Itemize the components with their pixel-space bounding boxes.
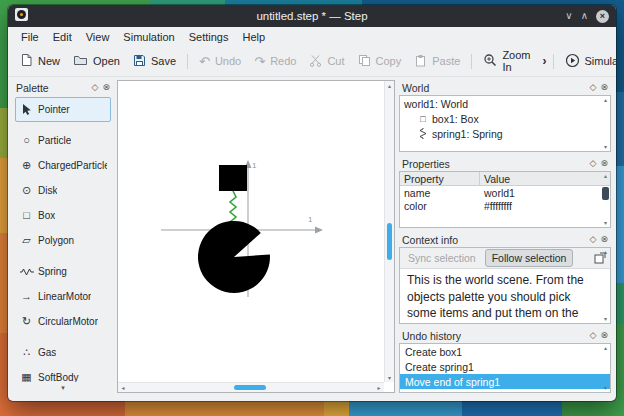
disk1-object[interactable] <box>198 221 270 293</box>
context-dock-header[interactable]: Context info ◇ ⊗ <box>399 232 611 247</box>
palette-item-linear-motor[interactable]: → LinearMotor <box>15 284 111 309</box>
scroll-down-icon[interactable]: ▾ <box>604 385 607 391</box>
undo-item-move-end-of-spring1[interactable]: Move end of spring1 <box>400 374 610 389</box>
properties-panel-title: Properties <box>402 158 586 170</box>
close-panel-icon[interactable]: ⊗ <box>600 83 608 92</box>
undo-scrollbar[interactable]: ▴ ▾ <box>601 344 610 392</box>
canvas-vertical-scrollbar[interactable]: ▴ ▾ <box>384 81 394 382</box>
menu-item-edit[interactable]: Edit <box>46 29 79 45</box>
menu-item-simulation[interactable]: Simulation <box>116 29 181 45</box>
menubar: File Edit View Simulation Settings Help <box>8 27 616 46</box>
canvas-horizontal-scrollbar[interactable]: ◂ ▸ <box>118 382 384 392</box>
paste-button[interactable]: Paste <box>408 51 466 72</box>
save-button[interactable]: Save <box>127 51 182 72</box>
undo-item-create-box1[interactable]: Create box1 <box>400 344 610 359</box>
hscroll-track[interactable] <box>128 383 374 392</box>
close-panel-icon[interactable]: ⊗ <box>600 235 608 244</box>
world-scene-canvas[interactable]: 1 1 ◂ ▸ ▴ ▾ <box>117 80 395 393</box>
properties-dock-header[interactable]: Properties ◇ ⊗ <box>399 156 611 171</box>
scroll-up-icon[interactable]: ▴ <box>604 97 607 103</box>
box-icon: □ <box>418 114 428 124</box>
sync-selection-button[interactable]: Sync selection <box>404 250 480 266</box>
undo-history-panel: Undo history ◇ ⊗ Create box1 Create spri… <box>399 328 611 393</box>
column-header-property: Property <box>400 172 480 185</box>
box-icon: □ <box>19 210 34 221</box>
palette-item-charged-particle[interactable]: ⊕ ChargedParticle <box>15 153 111 178</box>
cut-icon <box>309 54 322 69</box>
menu-item-help[interactable]: Help <box>235 29 272 45</box>
menu-item-settings[interactable]: Settings <box>182 29 236 45</box>
x-axis-tick-label: 1 <box>308 215 312 224</box>
palette-item-gas[interactable]: ∴ Gas <box>15 340 111 365</box>
copy-icon <box>358 54 371 69</box>
property-row-name[interactable]: name world1 <box>400 186 610 199</box>
scroll-up-icon[interactable]: ▴ <box>604 249 607 255</box>
undo-dock-header[interactable]: Undo history ◇ ⊗ <box>399 328 611 343</box>
float-panel-icon[interactable]: ◇ <box>590 331 597 340</box>
close-panel-icon[interactable]: ⊗ <box>600 159 608 168</box>
menu-item-view[interactable]: View <box>79 29 117 45</box>
copy-button[interactable]: Copy <box>352 51 408 72</box>
properties-table-header: Property Value <box>400 172 610 186</box>
titlebar[interactable]: untitled.step * — Step ∨ ∧ × <box>8 5 616 27</box>
palette-item-circular-motor[interactable]: ↻ CircularMotor <box>15 309 111 334</box>
scroll-up-icon[interactable]: ▴ <box>604 345 607 351</box>
tree-item-world1[interactable]: world1: World <box>400 96 610 111</box>
scroll-up-icon[interactable]: ▴ <box>388 81 391 90</box>
float-panel-icon[interactable]: ◇ <box>590 159 597 168</box>
float-panel-icon[interactable]: ◇ <box>590 235 597 244</box>
disk-icon: ⊙ <box>19 185 34 196</box>
close-panel-icon[interactable]: ⊗ <box>600 331 608 340</box>
world-panel: World ◇ ⊗ world1: World □ box1: Box spri… <box>399 80 611 152</box>
vscroll-track[interactable] <box>385 90 394 373</box>
scroll-left-icon[interactable]: ◂ <box>118 385 128 391</box>
follow-selection-button[interactable]: Follow selection <box>485 249 574 267</box>
scroll-up-icon[interactable]: ▴ <box>604 173 607 179</box>
particle-icon: ○ <box>19 135 34 146</box>
context-panel-title: Context info <box>402 234 586 246</box>
scroll-down-icon[interactable]: ▾ <box>388 373 391 382</box>
context-scrollbar[interactable]: ▴ ▾ <box>601 248 610 323</box>
save-icon <box>133 54 146 69</box>
tree-item-box1[interactable]: □ box1: Box <box>400 111 610 126</box>
hscroll-thumb[interactable] <box>234 385 266 390</box>
pointer-icon <box>19 103 34 116</box>
scroll-down-icon[interactable]: ▾ <box>604 316 607 322</box>
palette-item-particle[interactable]: ○ Particle <box>15 128 111 153</box>
float-panel-icon[interactable]: ◇ <box>92 83 99 92</box>
new-button[interactable]: New <box>14 50 66 72</box>
tree-item-spring1[interactable]: spring1: Spring <box>400 126 610 141</box>
minimize-button[interactable]: ∨ <box>565 11 572 21</box>
world-scrollbar[interactable]: ▴ ▾ <box>601 96 610 151</box>
vscroll-thumb[interactable] <box>387 223 392 260</box>
simulate-button[interactable]: Simulate ▾ <box>559 50 617 73</box>
maximize-button[interactable]: ∧ <box>581 11 588 21</box>
scroll-down-icon[interactable]: ▾ <box>604 144 607 150</box>
palette-item-pointer[interactable]: Pointer <box>15 97 111 122</box>
palette-dock-header[interactable]: Palette ◇ ⊗ <box>13 80 113 95</box>
palette-item-spring[interactable]: Spring <box>15 259 111 284</box>
box1-object[interactable] <box>219 165 247 191</box>
close-button[interactable]: × <box>596 10 609 23</box>
palette-item-disk[interactable]: ⊙ Disk <box>15 178 111 203</box>
toolbar-overflow-chevron[interactable]: › <box>538 53 552 69</box>
palette-item-polygon[interactable]: ▱ Polygon <box>15 228 111 253</box>
scroll-down-icon[interactable]: ▾ <box>604 220 607 226</box>
property-row-color[interactable]: color #ffffffff <box>400 199 610 212</box>
float-panel-icon[interactable]: ◇ <box>590 83 597 92</box>
world-dock-header[interactable]: World ◇ ⊗ <box>399 80 611 95</box>
toolbar-separator <box>471 54 472 69</box>
palette-scroll-down-icon[interactable]: ▾ <box>13 382 113 393</box>
spring-icon <box>418 128 428 139</box>
open-button[interactable]: Open <box>67 51 126 71</box>
properties-scrollbar[interactable]: ▴ ▾ <box>601 172 610 227</box>
undo-item-create-spring1[interactable]: Create spring1 <box>400 359 610 374</box>
cut-button[interactable]: Cut <box>303 51 350 72</box>
palette-item-box[interactable]: □ Box <box>15 203 111 228</box>
redo-button[interactable]: ↷ Redo <box>248 52 302 71</box>
menu-item-file[interactable]: File <box>14 29 46 45</box>
close-panel-icon[interactable]: ⊗ <box>102 83 110 92</box>
undo-button[interactable]: ↶ Undo <box>193 52 247 71</box>
scroll-right-icon[interactable]: ▸ <box>374 385 384 391</box>
zoom-in-button[interactable]: Zoom In <box>477 46 536 76</box>
